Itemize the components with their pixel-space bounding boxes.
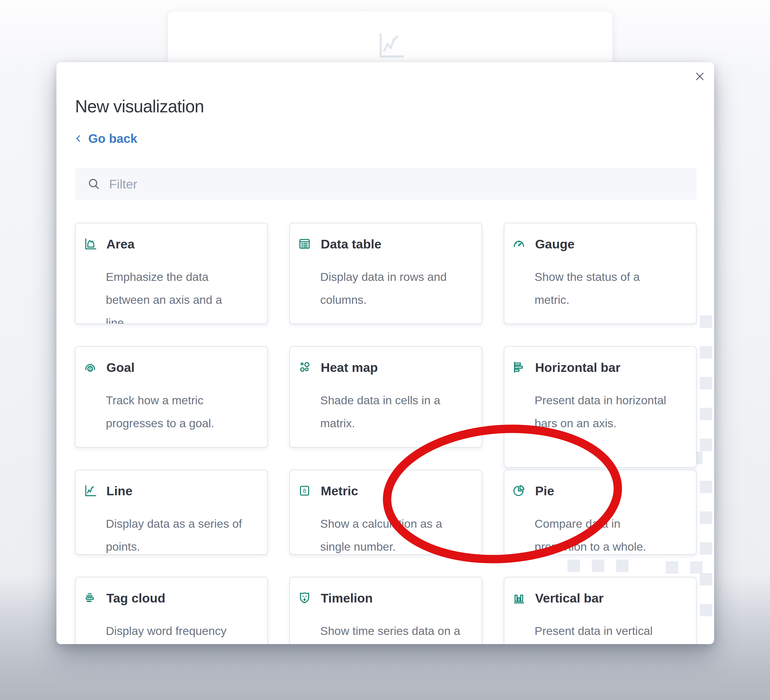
watermark-square [700, 481, 712, 493]
watermark-square [700, 439, 712, 451]
viz-card-description: Show the status of a metric. [535, 266, 675, 311]
goal-icon: 8 [83, 360, 97, 374]
viz-card-title: Data table [321, 237, 382, 251]
timelion-icon [298, 591, 312, 605]
heat-map-icon [298, 360, 312, 374]
filter-search-box [75, 168, 697, 200]
metric-icon: 8 [298, 484, 312, 498]
watermark-square [700, 604, 712, 616]
viz-card-title: Metric [321, 483, 358, 498]
viz-card-title: Area [107, 237, 135, 251]
viz-card-description: Display data as a series of points. [106, 512, 246, 555]
viz-card-heat-map[interactable]: Heat map Shade data in cells in a matrix… [290, 346, 482, 447]
watermark-square [700, 316, 712, 328]
viz-card-gauge[interactable]: Gauge Show the status of a metric. [504, 223, 697, 324]
viz-card-description: Track how a metric progresses to a goal. [106, 389, 246, 435]
viz-card-description: Display data in rows and columns. [320, 266, 461, 311]
viz-card-description: Compare data in proportion to a whole. [535, 512, 675, 555]
viz-card-timelion[interactable]: Timelion Show time series data on a grap… [290, 577, 482, 644]
go-back-link[interactable]: Go back [74, 131, 138, 146]
watermark-square [700, 573, 712, 585]
pie-card-annotated-area: Pie Compare data in proportion to a whol… [504, 470, 697, 555]
line-chart-icon [83, 484, 97, 498]
go-back-label: Go back [88, 131, 138, 146]
search-icon [87, 177, 101, 191]
watermark-square [700, 377, 712, 389]
tag-cloud-icon [83, 591, 97, 605]
viz-card-description: Emphasize the data between an axis and a… [106, 266, 246, 324]
pie-chart-icon [512, 484, 526, 498]
close-icon[interactable] [691, 68, 708, 85]
viz-card-pie[interactable]: Pie Compare data in proportion to a whol… [504, 470, 697, 555]
viz-card-title: Horizontal bar [535, 360, 620, 375]
watermark-square [700, 542, 712, 555]
faded-line-chart-icon [375, 30, 406, 61]
viz-card-description: Shade data in cells in a matrix. [320, 389, 461, 435]
filter-input[interactable] [101, 168, 697, 200]
data-table-icon [298, 237, 312, 251]
chevron-left-icon [74, 134, 83, 143]
viz-card-goal[interactable]: 8 Goal Track how a metric progresses to … [75, 346, 268, 447]
viz-card-horizontal-bar[interactable]: Horizontal bar Present data in horizonta… [504, 346, 697, 468]
viz-card-title: Pie [535, 483, 554, 498]
viz-card-description: Display word frequency with font size. [106, 619, 246, 644]
new-visualization-modal: New visualization Go back Area Emphasize… [57, 62, 714, 644]
gauge-icon [512, 237, 526, 251]
watermark-square [700, 408, 712, 420]
viz-card-description: Show a calculation as a single number. [320, 512, 461, 555]
viz-card-title: Vertical bar [535, 591, 603, 606]
viz-card-line[interactable]: Line Display data as a series of points. [75, 470, 268, 555]
viz-card-description: Present data in horizontal bars on an ax… [535, 389, 675, 435]
viz-card-title: Tag cloud [107, 591, 165, 606]
watermark-square [700, 512, 712, 524]
viz-card-title: Timelion [321, 591, 372, 606]
viz-card-tag-cloud[interactable]: Tag cloud Display word frequency with fo… [75, 577, 268, 644]
vertical-bar-icon [512, 591, 526, 605]
visualization-card-grid: Area Emphasize the data between an axis … [75, 223, 697, 644]
modal-title: New visualization [75, 96, 204, 117]
watermark-square [700, 346, 712, 359]
viz-card-area[interactable]: Area Emphasize the data between an axis … [75, 223, 268, 324]
viz-card-metric[interactable]: 8 Metric Show a calculation as a single … [290, 470, 482, 555]
horizontal-bar-icon [512, 360, 526, 374]
area-chart-icon [83, 237, 97, 251]
svg-text:8: 8 [89, 366, 92, 372]
viz-card-vertical-bar[interactable]: Vertical bar Present data in vertical ba… [504, 577, 697, 644]
viz-card-description: Present data in vertical bars on an axis… [535, 619, 675, 644]
svg-text:8: 8 [303, 488, 306, 494]
viz-card-title: Gauge [535, 237, 574, 251]
viz-card-title: Line [107, 483, 133, 498]
viz-card-title: Heat map [321, 360, 378, 375]
viz-card-title: Goal [107, 360, 134, 375]
viz-card-description: Show time series data on a graph. [320, 619, 461, 644]
viz-card-data-table[interactable]: Data table Display data in rows and colu… [290, 223, 482, 324]
